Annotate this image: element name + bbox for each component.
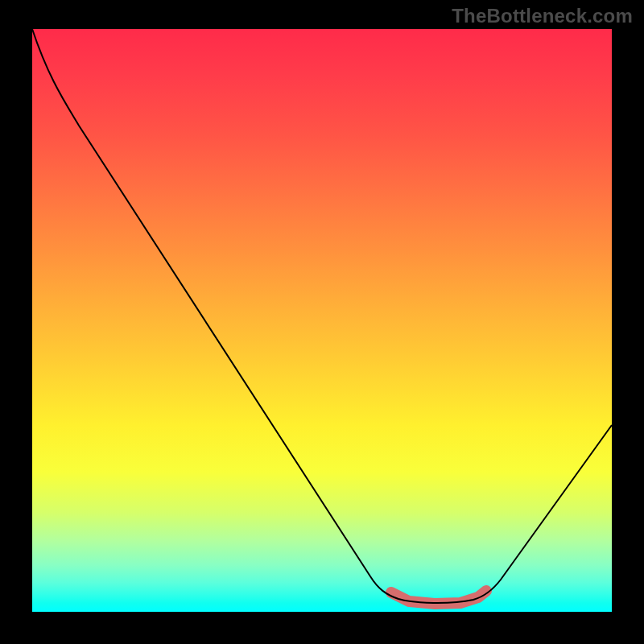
watermark-label: TheBottleneck.com — [452, 5, 633, 27]
optimal-region-highlight — [391, 591, 486, 604]
bottleneck-curve-path — [32, 29, 612, 603]
bottleneck-curve — [32, 29, 612, 612]
chart-container: TheBottleneck.com — [0, 0, 644, 644]
plot-area — [32, 29, 612, 612]
